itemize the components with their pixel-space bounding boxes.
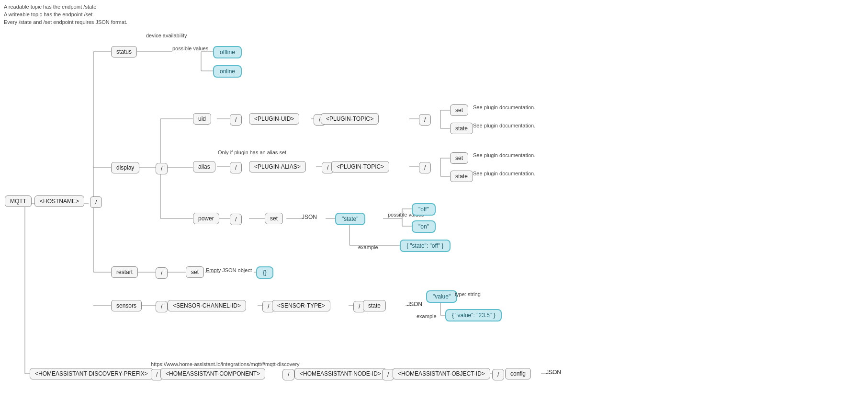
slash-power-node: / (230, 214, 242, 225)
set-power-label: set (270, 215, 278, 222)
json-power-node: JSON (302, 214, 317, 220)
restart-label: restart (116, 269, 133, 275)
slash-ha2-node: / (282, 369, 294, 380)
set-restart-node: set (186, 266, 204, 278)
json-sensor-node: JSON (407, 301, 422, 308)
mqtt-node: MQTT (5, 195, 32, 207)
slash1-label: / (90, 196, 102, 208)
slash-sensors-label: / (156, 301, 168, 312)
on-val-node: "on" (412, 220, 436, 233)
offline-node: offline (213, 46, 242, 58)
status-node: status (111, 46, 137, 57)
value-example-label: { "value": "23.5" } (452, 312, 495, 319)
ha-object-node: <HOMEASSISTANT-OBJECT-ID> (393, 368, 490, 379)
empty-json-node: {} (256, 266, 273, 279)
sensor-channel-label: <SENSOR-CHANNEL-ID> (173, 302, 241, 309)
see-plugin-doc1: See plugin documentation. (473, 104, 535, 110)
power-node: power (193, 213, 219, 224)
value-key-label: "value" (433, 293, 451, 300)
slash-restart-label: / (156, 267, 168, 279)
slash-restart-node: / (156, 267, 168, 279)
slash-sensors-node: / (156, 301, 168, 312)
off-val-label: "off" (418, 206, 429, 213)
state-key-node: "state" (335, 213, 365, 225)
ha-node-node: <HOMEASSISTANT-NODE-ID> (294, 368, 386, 379)
config-ha-node: config (505, 368, 531, 379)
state-uid-node: state (450, 123, 473, 134)
set-restart-label: set (191, 269, 199, 275)
status-label: status (116, 48, 132, 55)
ha-prefix-node: <HOMEASSISTANT-DISCOVERY-PREFIX> (30, 368, 153, 379)
slash-plugin-topic-uid-label: / (419, 114, 431, 126)
type-string-label: type: string (455, 291, 481, 297)
plugin-topic-uid-node: <PLUGIN-TOPIC> (321, 113, 379, 125)
alias-node: alias (193, 161, 215, 172)
display-node: display (111, 162, 139, 173)
value-key-node: "value" (426, 290, 457, 303)
set-uid-node: set (450, 104, 468, 116)
state-sensor-label: state (368, 302, 381, 309)
slash-alias-label: / (230, 162, 242, 173)
mqtt-label: MQTT (10, 198, 26, 205)
see-plugin-doc4: See plugin documentation. (473, 171, 535, 176)
json-sensor-label: JSON (407, 301, 422, 308)
slash-alias-node: / (230, 162, 242, 173)
ha-object-label: <HOMEASSISTANT-OBJECT-ID> (398, 370, 485, 377)
config-ha-label: config (510, 370, 526, 377)
offline-label: offline (220, 49, 235, 56)
slash-display-label: / (156, 163, 168, 174)
state-off-example-node: { "state": "off" } (400, 240, 451, 252)
plugin-topic-uid-label: <PLUGIN-TOPIC> (326, 115, 373, 122)
slash-plugin-topic-alias-node: / (419, 162, 431, 173)
only-if-alias-label: Only if plugin has an alias set. (218, 149, 288, 155)
sensor-channel-node: <SENSOR-CHANNEL-ID> (168, 300, 246, 311)
state-uid-label: state (455, 125, 468, 132)
possible-values-status-label: possible values (172, 46, 208, 51)
ha-node-label: <HOMEASSISTANT-NODE-ID> (300, 370, 381, 377)
restart-node: restart (111, 266, 138, 278)
sensor-type-node: <SENSOR-TYPE> (272, 300, 330, 311)
see-plugin-doc2: See plugin documentation. (473, 123, 535, 128)
sensors-node: sensors (111, 300, 142, 311)
on-val-label: "on" (418, 223, 429, 230)
ha-prefix-label: <HOMEASSISTANT-DISCOVERY-PREFIX> (35, 370, 148, 377)
sensors-label: sensors (116, 302, 136, 309)
uid-label: uid (198, 115, 206, 122)
state-sensor-node: state (363, 300, 386, 311)
slash-uid-label: / (230, 114, 242, 126)
slash-ha4-label: / (492, 369, 504, 380)
example-label-power: example (358, 244, 378, 250)
slash1-node: / (90, 196, 102, 208)
empty-json-label-node: {} (263, 269, 267, 276)
state-off-example-label: { "state": "off" } (406, 242, 444, 249)
value-example-node: { "value": "23.5" } (445, 309, 502, 321)
set-alias-label: set (455, 155, 463, 161)
plugin-uid-label: <PLUGIN-UID> (254, 115, 294, 122)
device-availability-label: device availability (146, 33, 187, 38)
note1: A readable topic has the endpoint /state (4, 4, 96, 10)
set-alias-node: set (450, 152, 468, 164)
plugin-alias-node: <PLUGIN-ALIAS> (249, 161, 306, 172)
see-plugin-doc3: See plugin documentation. (473, 152, 535, 158)
sensor-type-label: <SENSOR-TYPE> (277, 302, 325, 309)
json-ha-label: JSON (546, 369, 561, 376)
set-power-node: set (265, 213, 283, 224)
empty-json-label: Empty JSON object (206, 267, 252, 273)
note3: Every /state and /set endpoint requires … (4, 19, 127, 25)
slash-ha2-label: / (282, 369, 294, 380)
online-node: online (213, 65, 242, 78)
diagram: A readable topic has the endpoint /state… (0, 0, 868, 413)
ha-url-label: https://www.home-assistant.io/integratio… (151, 361, 300, 367)
uid-node: uid (193, 113, 211, 125)
slash-display-node: / (156, 163, 168, 174)
json-power-label: JSON (302, 214, 317, 220)
online-label: online (220, 68, 235, 75)
slash-uid-node: / (230, 114, 242, 126)
note2: A writeable topic has the endpoint /set (4, 11, 92, 17)
slash-plugin-topic-uid-node: / (419, 114, 431, 126)
plugin-topic-alias-label: <PLUGIN-TOPIC> (337, 163, 384, 170)
display-label: display (116, 164, 134, 171)
ha-component-node: <HOMEASSISTANT-COMPONENT> (160, 368, 265, 379)
slash-power-label: / (230, 214, 242, 225)
slash-plugin-topic-alias-label: / (419, 162, 431, 173)
